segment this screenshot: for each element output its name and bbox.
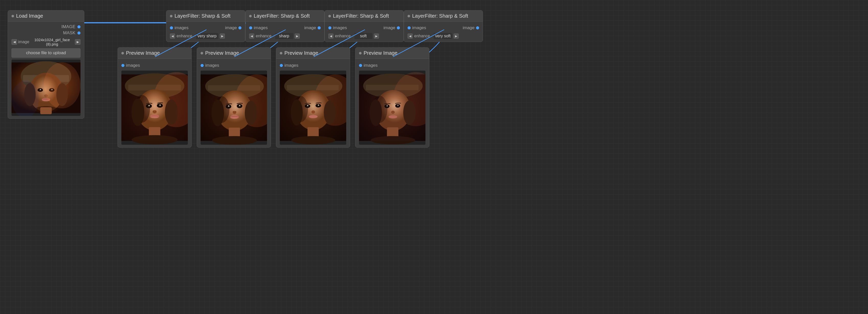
lf1-input-side: images <box>170 25 189 30</box>
lf4-images-connector <box>408 26 411 29</box>
lf2-enhance-next-btn[interactable]: ▶ <box>294 33 300 38</box>
svg-point-65 <box>291 99 303 125</box>
lf3-enhance-value: soft <box>354 33 372 39</box>
lf2-enhance-value: sharp <box>275 33 293 39</box>
lf4-io-row: images image <box>408 24 479 31</box>
image-output-row: IMAGE <box>11 24 81 29</box>
lf2-input-side: images <box>249 25 268 30</box>
preview-image-node-3: Preview Image images <box>276 47 350 147</box>
mask-output-connector <box>78 31 81 34</box>
preview-image-node-4: Preview Image images <box>355 47 429 147</box>
mask-output-row: MASK <box>11 30 81 35</box>
preview-2-title: Preview Image <box>205 50 239 56</box>
image-output-connector <box>78 25 81 28</box>
layer-filter-3-header: LayerFilter: Sharp & Soft <box>325 10 403 22</box>
svg-point-55 <box>230 115 239 119</box>
lf1-output-side: image <box>225 25 242 30</box>
lf1-enhance-label: enhance <box>177 34 194 38</box>
layer-filter-node-2: LayerFilter: Sharp & Soft images image ◀… <box>245 10 324 42</box>
preview-4-status-dot <box>359 52 362 54</box>
lf3-image-output-connector <box>397 26 400 29</box>
svg-point-72 <box>318 105 319 106</box>
layer-filter-2-header: LayerFilter: Sharp & Soft <box>246 10 324 22</box>
svg-point-74 <box>309 115 318 118</box>
preview-1-body: images <box>118 59 191 147</box>
lf3-enhance-row: ◀ enhance soft ▶ <box>328 33 400 39</box>
image-output-label: IMAGE <box>61 24 75 29</box>
preview-4-images-label: images <box>364 63 378 68</box>
preview-2-face-svg <box>200 70 267 145</box>
mask-output-label: MASK <box>63 30 75 35</box>
lf2-images-connector <box>249 26 252 29</box>
lf2-io-row: images image <box>249 24 321 31</box>
lf4-enhance-row: ◀ enhance very soft ▶ <box>408 33 479 39</box>
lf3-enhance-prev-btn[interactable]: ◀ <box>328 33 334 38</box>
lf4-status-dot <box>408 15 410 18</box>
lf2-enhance-label: enhance <box>256 34 274 38</box>
preview-1-image <box>121 70 188 145</box>
load-image-node: Load Image IMAGE MASK ◀ image 1024x1024_… <box>8 10 84 119</box>
lf4-body: images image ◀ enhance very soft ▶ <box>404 22 483 42</box>
preview-4-header: Preview Image <box>355 48 429 59</box>
svg-point-57 <box>212 136 257 145</box>
preview-2-body: images <box>197 59 271 147</box>
lf1-images-connector <box>170 26 173 29</box>
preview-3-title: Preview Image <box>284 50 318 56</box>
svg-point-47 <box>245 101 257 125</box>
image-preview <box>11 60 81 116</box>
lf2-image-output-connector <box>318 26 321 29</box>
lf3-io-row: images image <box>328 24 400 31</box>
svg-point-71 <box>307 105 308 106</box>
svg-point-76 <box>291 136 335 144</box>
preview-4-title: Preview Image <box>364 50 397 56</box>
svg-point-10 <box>40 89 41 90</box>
preview-1-images-label: images <box>126 63 140 68</box>
next-image-btn[interactable]: ▶ <box>75 39 81 45</box>
lf3-enhance-next-btn[interactable]: ▶ <box>374 33 379 38</box>
preview-1-header: Preview Image <box>118 48 191 59</box>
preview-4-images-connector <box>359 64 362 67</box>
lf1-enhance-prev-btn[interactable]: ◀ <box>170 33 175 38</box>
lf1-enhance-next-btn[interactable]: ▶ <box>220 33 225 38</box>
preview-3-body: images <box>276 59 350 147</box>
preview-4-image <box>359 70 426 145</box>
layer-filter-4-header: LayerFilter: Sharp & Soft <box>404 10 483 22</box>
lf4-enhance-next-btn[interactable]: ▶ <box>454 33 459 38</box>
lf4-image-output-label: image <box>463 25 474 30</box>
image-filename: 1024x1024_girl_face (8).png <box>30 37 74 46</box>
svg-point-73 <box>311 111 315 114</box>
upload-button[interactable]: choose file to upload <box>11 48 81 58</box>
preview-4-input-row: images <box>359 61 426 69</box>
lf4-output-side: image <box>463 25 479 30</box>
lf4-enhance-prev-btn[interactable]: ◀ <box>408 33 413 38</box>
preview-2-input-row: images <box>200 61 267 69</box>
lf3-title: LayerFilter: Sharp & Soft <box>333 13 389 19</box>
load-image-title: Load Image <box>16 13 43 19</box>
preview-2-status-dot <box>200 52 203 54</box>
preview-3-face-svg <box>280 70 346 145</box>
lf3-images-connector <box>328 26 332 29</box>
lf4-images-label: images <box>412 25 426 30</box>
layer-filter-1-header: LayerFilter: Sharp & Soft <box>166 10 245 22</box>
lf2-image-output-label: image <box>304 25 316 30</box>
lf2-output-side: image <box>304 25 321 30</box>
lf3-images-label: images <box>333 25 347 30</box>
lf3-enhance-label: enhance <box>335 34 353 38</box>
lf1-images-label: images <box>175 25 189 30</box>
preview-2-images-connector <box>200 64 204 67</box>
lf4-image-output-connector <box>476 26 479 29</box>
prev-image-btn[interactable]: ◀ <box>11 39 17 45</box>
lf2-enhance-prev-btn[interactable]: ◀ <box>249 33 254 38</box>
layer-filter-node-1: LayerFilter: Sharp & Soft images image ◀… <box>166 10 245 42</box>
preview-3-images-label: images <box>284 63 299 68</box>
lf1-enhance-row: ◀ enhance very sharp ▶ <box>170 33 242 39</box>
lf4-input-side: images <box>408 25 426 30</box>
lf1-image-output-connector <box>239 26 242 29</box>
preview-1-input-row: images <box>121 61 188 69</box>
svg-point-66 <box>324 101 336 124</box>
lf2-images-label: images <box>254 25 268 30</box>
preview-4-face-svg <box>359 70 426 145</box>
preview-3-status-dot <box>280 52 282 54</box>
lf1-io-row: images image <box>170 24 242 31</box>
svg-point-53 <box>239 105 240 106</box>
